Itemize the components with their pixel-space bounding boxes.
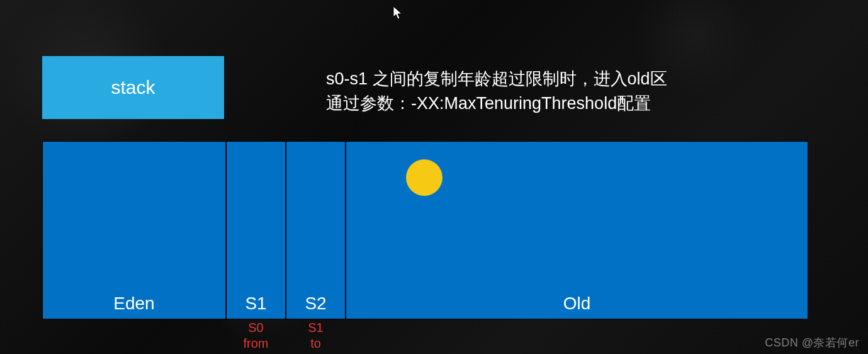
- description-line2: 通过参数：-XX:MaxTenuringThreshold配置: [326, 91, 667, 116]
- stack-box: stack: [42, 56, 224, 119]
- cursor-icon: [393, 6, 403, 21]
- heap-diagram: Eden S1 S0 from S2 S1 to Old: [42, 141, 808, 319]
- s1-label: S1: [227, 294, 285, 314]
- s2-sublabel: S1 to: [286, 319, 345, 351]
- old-region: Old: [346, 141, 808, 319]
- eden-label: Eden: [43, 294, 225, 314]
- description-line1: s0-s1 之间的复制年龄超过限制时，进入old区: [326, 67, 667, 91]
- s1-sub-bottom: from: [227, 336, 285, 351]
- s1-sub-top: S0: [227, 320, 285, 336]
- s2-sub-top: S1: [286, 320, 345, 336]
- survivor1-region: S1 S0 from: [226, 141, 286, 319]
- watermark-text: CSDN @奈若何er: [765, 335, 859, 350]
- s2-sub-bottom: to: [286, 336, 345, 351]
- s2-label: S2: [286, 294, 345, 314]
- description-text: s0-s1 之间的复制年龄超过限制时，进入old区 通过参数：-XX:MaxTe…: [326, 67, 667, 116]
- s1-sublabel: S0 from: [227, 319, 285, 351]
- survivor2-region: S2 S1 to: [286, 141, 346, 319]
- eden-region: Eden: [42, 141, 226, 319]
- old-label: Old: [346, 294, 808, 314]
- object-circle-icon: [406, 159, 442, 196]
- stack-label: stack: [111, 77, 155, 98]
